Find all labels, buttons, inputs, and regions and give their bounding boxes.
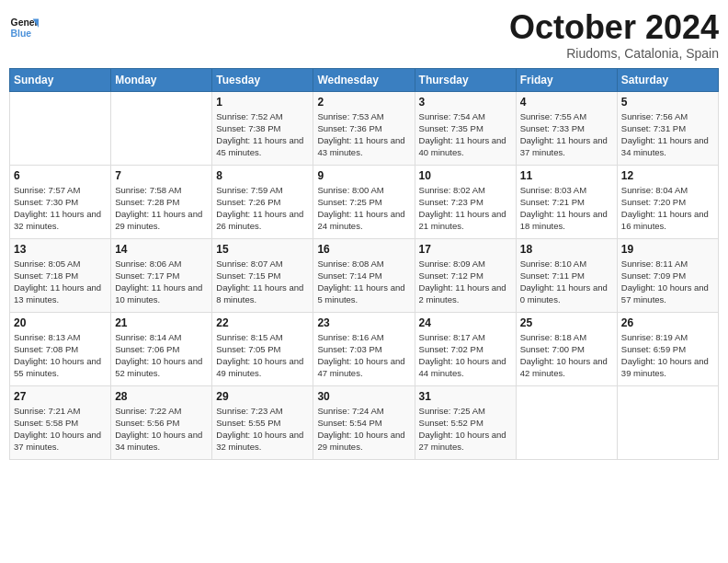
calendar-cell: 24Sunrise: 8:17 AM Sunset: 7:02 PM Dayli… [415, 312, 516, 385]
calendar-cell: 3Sunrise: 7:54 AM Sunset: 7:35 PM Daylig… [415, 91, 516, 165]
day-number: 18 [520, 243, 613, 256]
day-info: Sunrise: 8:16 AM Sunset: 7:03 PM Dayligh… [317, 331, 410, 380]
day-info: Sunrise: 8:17 AM Sunset: 7:02 PM Dayligh… [419, 331, 512, 380]
day-info: Sunrise: 8:14 AM Sunset: 7:06 PM Dayligh… [115, 331, 208, 380]
calendar-day-header: Tuesday [212, 68, 313, 91]
day-number: 11 [520, 169, 613, 182]
calendar-cell: 31Sunrise: 7:25 AM Sunset: 5:52 PM Dayli… [415, 385, 516, 459]
day-number: 5 [621, 96, 714, 109]
calendar-week-row: 1Sunrise: 7:52 AM Sunset: 7:38 PM Daylig… [10, 91, 719, 165]
day-number: 13 [14, 243, 107, 256]
day-number: 21 [115, 316, 208, 329]
month-title: October 2024 [509, 9, 719, 46]
day-info: Sunrise: 8:13 AM Sunset: 7:08 PM Dayligh… [14, 331, 107, 380]
calendar-week-row: 13Sunrise: 8:05 AM Sunset: 7:18 PM Dayli… [10, 238, 719, 312]
day-info: Sunrise: 8:19 AM Sunset: 6:59 PM Dayligh… [621, 331, 714, 380]
day-number: 17 [419, 243, 512, 256]
day-number: 16 [317, 243, 410, 256]
day-number: 30 [317, 390, 410, 403]
day-info: Sunrise: 7:52 AM Sunset: 7:38 PM Dayligh… [216, 110, 309, 159]
calendar-week-row: 20Sunrise: 8:13 AM Sunset: 7:08 PM Dayli… [10, 312, 719, 385]
day-info: Sunrise: 7:58 AM Sunset: 7:28 PM Dayligh… [115, 184, 208, 233]
day-info: Sunrise: 8:06 AM Sunset: 7:17 PM Dayligh… [115, 258, 208, 306]
calendar-cell: 5Sunrise: 7:56 AM Sunset: 7:31 PM Daylig… [617, 91, 718, 165]
calendar-day-header: Friday [516, 68, 617, 91]
day-info: Sunrise: 7:56 AM Sunset: 7:31 PM Dayligh… [621, 110, 714, 159]
day-number: 22 [216, 316, 309, 329]
day-number: 24 [419, 316, 512, 329]
calendar-cell: 9Sunrise: 8:00 AM Sunset: 7:25 PM Daylig… [313, 165, 415, 238]
day-info: Sunrise: 8:11 AM Sunset: 7:09 PM Dayligh… [621, 258, 714, 306]
calendar-header-row: SundayMondayTuesdayWednesdayThursdayFrid… [10, 68, 719, 91]
day-number: 6 [14, 169, 107, 182]
calendar-cell: 30Sunrise: 7:24 AM Sunset: 5:54 PM Dayli… [313, 385, 415, 459]
day-info: Sunrise: 8:15 AM Sunset: 7:05 PM Dayligh… [216, 331, 309, 380]
day-info: Sunrise: 7:54 AM Sunset: 7:35 PM Dayligh… [419, 110, 512, 159]
day-info: Sunrise: 7:21 AM Sunset: 5:58 PM Dayligh… [14, 405, 107, 454]
day-info: Sunrise: 8:04 AM Sunset: 7:20 PM Dayligh… [621, 184, 714, 233]
calendar-cell: 10Sunrise: 8:02 AM Sunset: 7:23 PM Dayli… [415, 165, 516, 238]
title-block: October 2024 Riudoms, Catalonia, Spain [509, 9, 719, 61]
day-info: Sunrise: 8:05 AM Sunset: 7:18 PM Dayligh… [14, 258, 107, 306]
calendar-day-header: Thursday [415, 68, 516, 91]
calendar-cell: 26Sunrise: 8:19 AM Sunset: 6:59 PM Dayli… [617, 312, 718, 385]
calendar-cell: 18Sunrise: 8:10 AM Sunset: 7:11 PM Dayli… [516, 238, 617, 312]
day-info: Sunrise: 7:59 AM Sunset: 7:26 PM Dayligh… [216, 184, 309, 233]
calendar-table: SundayMondayTuesdayWednesdayThursdayFrid… [9, 68, 719, 460]
calendar-cell: 29Sunrise: 7:23 AM Sunset: 5:55 PM Dayli… [212, 385, 313, 459]
calendar-cell: 11Sunrise: 8:03 AM Sunset: 7:21 PM Dayli… [516, 165, 617, 238]
day-number: 25 [520, 316, 613, 329]
logo: General Blue [9, 13, 42, 42]
day-info: Sunrise: 8:08 AM Sunset: 7:14 PM Dayligh… [317, 258, 410, 306]
day-info: Sunrise: 8:09 AM Sunset: 7:12 PM Dayligh… [419, 258, 512, 306]
svg-text:Blue: Blue [11, 29, 32, 39]
day-number: 12 [621, 169, 714, 182]
day-number: 23 [317, 316, 410, 329]
day-info: Sunrise: 7:57 AM Sunset: 7:30 PM Dayligh… [14, 184, 107, 233]
calendar-cell: 28Sunrise: 7:22 AM Sunset: 5:56 PM Dayli… [111, 385, 212, 459]
location-subtitle: Riudoms, Catalonia, Spain [509, 46, 719, 61]
day-number: 2 [317, 96, 410, 109]
day-info: Sunrise: 7:53 AM Sunset: 7:36 PM Dayligh… [317, 110, 410, 159]
page-header: General Blue October 2024 Riudoms, Catal… [9, 9, 719, 61]
calendar-cell [516, 385, 617, 459]
day-number: 3 [419, 96, 512, 109]
day-number: 29 [216, 390, 309, 403]
calendar-cell: 17Sunrise: 8:09 AM Sunset: 7:12 PM Dayli… [415, 238, 516, 312]
day-info: Sunrise: 7:25 AM Sunset: 5:52 PM Dayligh… [419, 405, 512, 454]
calendar-cell: 4Sunrise: 7:55 AM Sunset: 7:33 PM Daylig… [516, 91, 617, 165]
calendar-day-header: Sunday [10, 68, 111, 91]
day-number: 27 [14, 390, 107, 403]
calendar-cell: 20Sunrise: 8:13 AM Sunset: 7:08 PM Dayli… [10, 312, 111, 385]
calendar-cell: 22Sunrise: 8:15 AM Sunset: 7:05 PM Dayli… [212, 312, 313, 385]
calendar-cell: 21Sunrise: 8:14 AM Sunset: 7:06 PM Dayli… [111, 312, 212, 385]
day-number: 28 [115, 390, 208, 403]
day-info: Sunrise: 7:55 AM Sunset: 7:33 PM Dayligh… [520, 110, 613, 159]
calendar-cell: 2Sunrise: 7:53 AM Sunset: 7:36 PM Daylig… [313, 91, 415, 165]
day-info: Sunrise: 7:22 AM Sunset: 5:56 PM Dayligh… [115, 405, 208, 454]
calendar-cell: 6Sunrise: 7:57 AM Sunset: 7:30 PM Daylig… [10, 165, 111, 238]
calendar-cell: 27Sunrise: 7:21 AM Sunset: 5:58 PM Dayli… [10, 385, 111, 459]
day-number: 31 [419, 390, 512, 403]
calendar-day-header: Monday [111, 68, 212, 91]
calendar-week-row: 6Sunrise: 7:57 AM Sunset: 7:30 PM Daylig… [10, 165, 719, 238]
calendar-cell: 19Sunrise: 8:11 AM Sunset: 7:09 PM Dayli… [617, 238, 718, 312]
day-number: 1 [216, 96, 309, 109]
calendar-cell [10, 91, 111, 165]
calendar-cell: 23Sunrise: 8:16 AM Sunset: 7:03 PM Dayli… [313, 312, 415, 385]
day-info: Sunrise: 7:23 AM Sunset: 5:55 PM Dayligh… [216, 405, 309, 454]
calendar-cell: 7Sunrise: 7:58 AM Sunset: 7:28 PM Daylig… [111, 165, 212, 238]
day-info: Sunrise: 8:02 AM Sunset: 7:23 PM Dayligh… [419, 184, 512, 233]
calendar-cell: 14Sunrise: 8:06 AM Sunset: 7:17 PM Dayli… [111, 238, 212, 312]
calendar-day-header: Saturday [617, 68, 718, 91]
day-info: Sunrise: 8:07 AM Sunset: 7:15 PM Dayligh… [216, 258, 309, 306]
day-info: Sunrise: 8:03 AM Sunset: 7:21 PM Dayligh… [520, 184, 613, 233]
day-number: 26 [621, 316, 714, 329]
day-number: 7 [115, 169, 208, 182]
calendar-cell: 16Sunrise: 8:08 AM Sunset: 7:14 PM Dayli… [313, 238, 415, 312]
day-number: 8 [216, 169, 309, 182]
calendar-week-row: 27Sunrise: 7:21 AM Sunset: 5:58 PM Dayli… [10, 385, 719, 459]
calendar-cell [617, 385, 718, 459]
day-info: Sunrise: 8:00 AM Sunset: 7:25 PM Dayligh… [317, 184, 410, 233]
calendar-cell: 12Sunrise: 8:04 AM Sunset: 7:20 PM Dayli… [617, 165, 718, 238]
